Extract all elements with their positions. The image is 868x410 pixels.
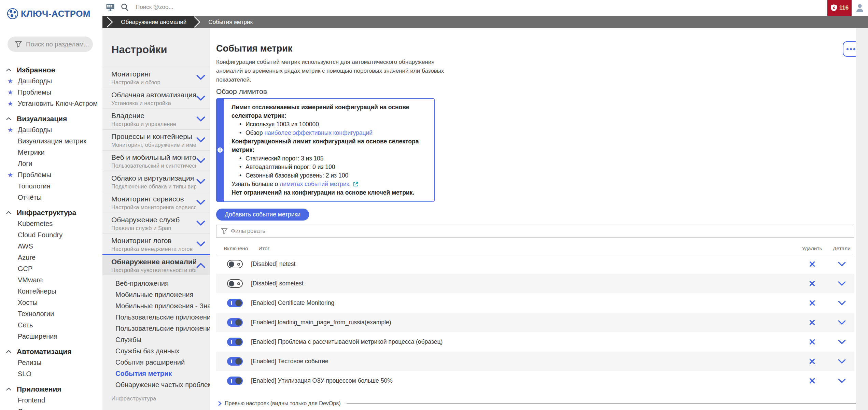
app-logo[interactable]: КЛЮЧ-АСТРОМ bbox=[6, 8, 90, 20]
toggle-on[interactable] bbox=[227, 299, 243, 307]
sidebar-item[interactable]: ★Установить Ключ-Астром bbox=[0, 98, 102, 109]
toggle-on[interactable] bbox=[227, 357, 243, 366]
favorite-star-icon[interactable]: ★ bbox=[6, 100, 14, 107]
settings-subitem[interactable]: Веб-приложения bbox=[102, 278, 210, 289]
sidebar-item[interactable]: Хосты bbox=[0, 297, 102, 308]
sidebar-section-header[interactable]: Приложения bbox=[0, 383, 102, 395]
delete-button[interactable] bbox=[795, 378, 829, 384]
chevron-right-icon[interactable] bbox=[218, 401, 222, 406]
delete-button[interactable] bbox=[795, 339, 829, 345]
chevron-down-icon[interactable] bbox=[196, 200, 205, 205]
settings-subitem-selected[interactable]: События метрик bbox=[102, 368, 210, 379]
info-link[interactable]: наиболее эффективных конфигураций bbox=[264, 129, 373, 136]
favorite-star-icon[interactable]: ★ bbox=[6, 172, 14, 178]
details-expand-button[interactable] bbox=[829, 301, 854, 306]
sidebar-search-input[interactable]: Поиск по разделам... bbox=[8, 37, 93, 52]
sidebar-item[interactable]: Сервисы bbox=[0, 406, 102, 410]
settings-group[interactable]: Облако и виртуализацияПодключение облака… bbox=[102, 171, 210, 192]
settings-group[interactable]: Обнаружение службПравила служб и Span bbox=[102, 213, 210, 234]
sidebar-item[interactable]: GCP bbox=[0, 263, 102, 274]
sidebar-item[interactable]: Топология bbox=[0, 181, 102, 192]
sidebar-item[interactable]: Релизы bbox=[0, 357, 102, 368]
settings-group[interactable]: ВладениеНастройка и управление bbox=[102, 109, 210, 129]
sidebar-item[interactable]: SLO bbox=[0, 368, 102, 380]
add-metric-event-button[interactable]: Добавить событие метрики bbox=[216, 209, 309, 221]
toggle-on[interactable] bbox=[227, 377, 243, 385]
chevron-down-icon[interactable] bbox=[196, 137, 205, 143]
settings-group[interactable]: Облачная автоматизацияУстановка и настро… bbox=[102, 88, 210, 109]
sidebar-section-header[interactable]: Избранное bbox=[0, 64, 102, 75]
settings-subitem[interactable]: Службы баз данных bbox=[102, 345, 210, 357]
sidebar-item[interactable]: Визуализация метрик bbox=[0, 136, 102, 147]
delete-button[interactable] bbox=[795, 320, 829, 325]
sidebar-section-header[interactable]: Автоматизация bbox=[0, 346, 102, 357]
sidebar-item[interactable]: Azure bbox=[0, 252, 102, 263]
external-link-icon[interactable] bbox=[353, 182, 358, 187]
sidebar-item[interactable]: VMware bbox=[0, 274, 102, 286]
sidebar-item[interactable]: Cloud Foundry bbox=[0, 229, 102, 241]
chevron-down-icon[interactable] bbox=[196, 96, 205, 101]
settings-subitem[interactable]: Службы bbox=[102, 334, 210, 345]
favorite-star-icon[interactable]: ★ bbox=[6, 78, 14, 84]
chevron-down-icon[interactable] bbox=[196, 241, 205, 247]
details-expand-button[interactable] bbox=[829, 320, 854, 325]
sidebar-item[interactable]: Метрики bbox=[0, 147, 102, 158]
sidebar-item[interactable]: Логи bbox=[0, 158, 102, 169]
search-icon[interactable] bbox=[121, 3, 129, 12]
toggle-off[interactable] bbox=[227, 279, 243, 288]
breadcrumb-anomaly-detection[interactable]: Обнаружение аномалий bbox=[114, 16, 193, 28]
sidebar-item[interactable]: ★Дашборды bbox=[0, 75, 102, 87]
info-link[interactable]: лимитах событий метрик. bbox=[280, 181, 351, 187]
settings-subitem[interactable]: Обнаружение частых проблем bbox=[102, 379, 210, 391]
sidebar-section-header[interactable]: Инфраструктура bbox=[0, 207, 102, 218]
chevron-down-icon[interactable] bbox=[196, 179, 205, 184]
sidebar-item[interactable]: Технологии bbox=[0, 308, 102, 320]
settings-group[interactable]: Веб и мобильный мониторингПользовательск… bbox=[102, 150, 210, 171]
settings-group[interactable]: Мониторинг сервисовНастройка мониторинга… bbox=[102, 192, 210, 213]
scrollbar-track[interactable] bbox=[856, 28, 868, 410]
user-menu-button[interactable] bbox=[854, 3, 866, 14]
settings-subitem[interactable]: События расширений bbox=[102, 357, 210, 368]
settings-subitem[interactable]: Мобильные приложения bbox=[102, 289, 210, 300]
chevron-down-icon[interactable] bbox=[196, 221, 205, 226]
sidebar-section-header[interactable]: Визуализация bbox=[0, 113, 102, 124]
dashboard-monitor-icon[interactable] bbox=[106, 3, 115, 12]
sidebar-item[interactable]: Frontend bbox=[0, 395, 102, 406]
delete-button[interactable] bbox=[795, 358, 829, 364]
chevron-down-icon[interactable] bbox=[196, 116, 205, 122]
toggle-on[interactable] bbox=[227, 338, 243, 346]
details-expand-button[interactable] bbox=[829, 379, 854, 383]
details-expand-button[interactable] bbox=[829, 340, 854, 344]
chevron-down-icon[interactable] bbox=[196, 75, 205, 80]
settings-subitem[interactable]: Мобильные приложения - Значите... bbox=[102, 300, 210, 312]
settings-subgroup-infrastructure[interactable]: Инфраструктура bbox=[102, 395, 210, 402]
settings-group[interactable]: Обнаружение аномалийНастройка чувствител… bbox=[102, 254, 210, 275]
chevron-up-icon[interactable] bbox=[196, 263, 205, 268]
settings-subitem[interactable]: Пользовательские приложения bbox=[102, 312, 210, 323]
details-expand-button[interactable] bbox=[829, 262, 854, 267]
filter-input[interactable]: Фильтровать bbox=[216, 225, 854, 238]
delete-button[interactable] bbox=[795, 300, 829, 306]
alerts-badge[interactable]: 116 bbox=[827, 0, 852, 16]
details-expand-button[interactable] bbox=[829, 359, 854, 364]
favorite-star-icon[interactable]: ★ bbox=[6, 127, 14, 133]
details-expand-button[interactable] bbox=[829, 281, 854, 286]
preview-label[interactable]: Превью настроек (видны только для DevOps… bbox=[225, 400, 340, 407]
settings-group[interactable]: Процессы и контейнерыМониторинг, обнаруж… bbox=[102, 129, 210, 150]
sidebar-item[interactable]: Контейнеры bbox=[0, 286, 102, 297]
sidebar-item[interactable]: ★Проблемы bbox=[0, 169, 102, 181]
settings-group[interactable]: МониторингНастройка и обзор bbox=[102, 67, 210, 88]
delete-button[interactable] bbox=[795, 261, 829, 267]
toggle-on[interactable] bbox=[227, 318, 243, 327]
settings-subitem[interactable]: Пользовательские приложения - З... bbox=[102, 323, 210, 334]
sidebar-item[interactable]: Kubernetes bbox=[0, 218, 102, 229]
sidebar-item[interactable]: Сеть bbox=[0, 320, 102, 331]
delete-button[interactable] bbox=[795, 281, 829, 286]
sidebar-item[interactable]: ★Дашборды bbox=[0, 124, 102, 136]
sidebar-item[interactable]: Отчёты bbox=[0, 192, 102, 203]
chevron-down-icon[interactable] bbox=[196, 158, 205, 164]
sidebar-item[interactable]: ★Проблемы bbox=[0, 87, 102, 98]
sidebar-item[interactable]: AWS bbox=[0, 241, 102, 252]
favorite-star-icon[interactable]: ★ bbox=[6, 89, 14, 96]
global-search-input[interactable]: Поиск @zoo... bbox=[136, 4, 173, 11]
